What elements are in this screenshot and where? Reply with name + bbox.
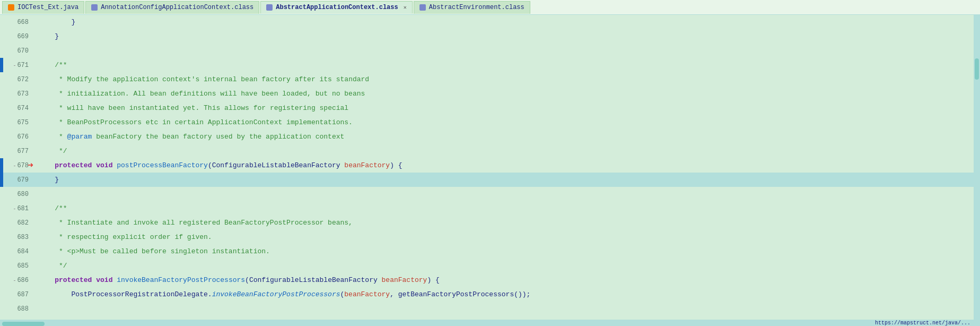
editor-body: 668 } 669 } 670 -671	[0, 15, 980, 326]
tab-ioctest[interactable]: IOCTest_Ext.java	[2, 1, 84, 14]
line-679: 679 }	[0, 173, 980, 187]
line-content-672: * Modify the application context's inter…	[34, 75, 369, 83]
line-num-675: 675	[3, 119, 34, 126]
class-file-icon-2	[266, 4, 273, 11]
line-content-669: }	[34, 32, 59, 40]
line-670: 670	[0, 44, 980, 58]
tab-abstract-env-label: AbstractEnvironment.class	[429, 4, 524, 11]
line-num-687: 687	[3, 291, 34, 298]
line-num-680: 680	[3, 191, 34, 198]
fold-681[interactable]: -	[13, 206, 16, 212]
line-num-671: -671	[3, 62, 34, 69]
line-content-677: */	[34, 147, 67, 155]
line-669: 669 }	[0, 29, 980, 44]
arrow-indicator: ➜	[28, 159, 33, 171]
line-content-687: PostProcessorRegistrationDelegate.invoke…	[34, 290, 530, 298]
class-file-icon	[91, 4, 98, 11]
line-content-676: * @param beanFactory the bean factory us…	[34, 133, 344, 141]
line-num-669: 669	[3, 33, 34, 40]
line-num-685: 685	[3, 262, 34, 270]
line-num-670: 670	[3, 47, 34, 55]
vertical-scrollbar[interactable]	[974, 15, 980, 326]
vertical-scrollbar-thumb[interactable]	[975, 58, 979, 80]
line-num-673: 673	[3, 90, 34, 98]
line-num-668: 668	[3, 19, 34, 26]
tab-abstract-app-label: AbstractApplicationContext.class	[276, 4, 398, 11]
line-685: 685 */	[0, 259, 980, 273]
line-num-681: -681	[3, 205, 34, 212]
line-content-671: /**	[34, 61, 67, 69]
line-num-679: 679	[3, 176, 34, 184]
line-content-685: */	[34, 262, 67, 270]
line-content-681: /**	[34, 204, 67, 212]
line-num-683: 683	[3, 234, 34, 241]
line-content-675: * BeanPostProcessors etc in certain Appl…	[34, 118, 353, 126]
fold-686[interactable]: -	[13, 278, 16, 284]
horizontal-scrollbar[interactable]	[0, 320, 974, 326]
fold-671[interactable]: -	[13, 63, 16, 68]
tab-annotation-label: AnnotationConfigApplicationContext.class	[101, 4, 253, 11]
line-678: -678 ➜ protected void postProcessBeanFac…	[0, 158, 980, 173]
line-673: 673 * initialization. All bean definitio…	[0, 87, 980, 101]
line-num-677: 677	[3, 148, 34, 155]
status-bar: https://mapstruct.net/java/...	[873, 320, 973, 326]
tab-bar: IOCTest_Ext.java AnnotationConfigApplica…	[0, 0, 980, 15]
line-680: 680	[0, 187, 980, 201]
line-676: 676 * @param beanFactory the bean factor…	[0, 130, 980, 144]
tab-abstract-env[interactable]: AbstractEnvironment.class	[414, 1, 530, 14]
line-674: 674 * will have been instantiated yet. T…	[0, 101, 980, 115]
line-num-686: -686	[3, 277, 34, 284]
line-num-688: 688	[3, 305, 34, 313]
line-681: -681 /**	[0, 201, 980, 216]
line-671: -671 /**	[0, 58, 980, 72]
line-num-674: 674	[3, 105, 34, 112]
line-content-673: * initialization. All bean definitions w…	[34, 90, 365, 98]
line-content-684: * <p>Must be called before singleton ins…	[34, 247, 270, 255]
horizontal-scrollbar-thumb[interactable]	[2, 322, 45, 326]
line-num-676: 676	[3, 133, 34, 141]
line-content-678: protected void postProcessBeanFactory(Co…	[34, 161, 402, 169]
line-675: 675 * BeanPostProcessors etc in certain …	[0, 115, 980, 130]
line-682: 682 * Instantiate and invoke all registe…	[0, 216, 980, 230]
line-content-682: * Instantiate and invoke all registered …	[34, 219, 353, 227]
line-num-672: 672	[3, 76, 34, 83]
tab-close-button[interactable]: ✕	[404, 4, 407, 11]
code-area[interactable]: 668 } 669 } 670 -671	[0, 15, 980, 326]
line-num-682: 682	[3, 219, 34, 227]
tab-annotation[interactable]: AnnotationConfigApplicationContext.class	[85, 1, 259, 14]
line-684: 684 * <p>Must be called before singleton…	[0, 244, 980, 259]
class-file-icon-3	[419, 4, 426, 11]
line-683: 683 * respecting explicit order if given…	[0, 230, 980, 244]
line-668: 668 }	[0, 15, 980, 29]
line-686: -686 protected void invokeBeanFactoryPos…	[0, 273, 980, 287]
line-content-668: }	[34, 18, 75, 26]
line-content-679: }	[34, 176, 59, 184]
line-677: 677 */	[0, 144, 980, 158]
status-url: https://mapstruct.net/java/...	[875, 320, 970, 326]
line-content-674: * will have been instantiated yet. This …	[34, 104, 348, 112]
tab-ioctest-label: IOCTest_Ext.java	[18, 4, 78, 11]
java-file-icon	[8, 4, 14, 11]
line-688: 688	[0, 302, 980, 316]
line-num-684: 684	[3, 248, 34, 255]
line-672: 672 * Modify the application context's i…	[0, 72, 980, 87]
fold-678[interactable]: -	[13, 163, 16, 169]
line-687: 687 PostProcessorRegistrationDelegate.in…	[0, 287, 980, 302]
editor-window: IOCTest_Ext.java AnnotationConfigApplica…	[0, 0, 980, 326]
line-content-683: * respecting explicit order if given.	[34, 233, 212, 241]
line-content-686: protected void invokeBeanFactoryPostProc…	[34, 276, 440, 284]
tab-abstract-app[interactable]: AbstractApplicationContext.class ✕	[260, 1, 412, 14]
